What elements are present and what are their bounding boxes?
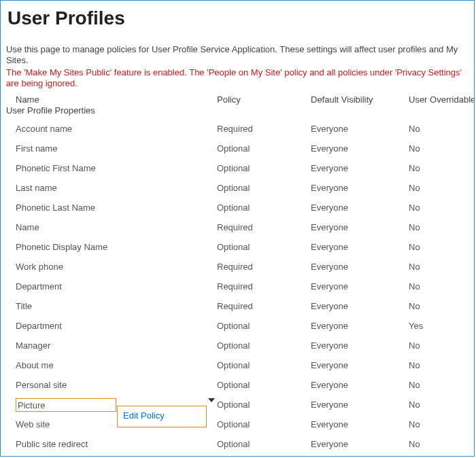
row-name-wrap[interactable]: First name bbox=[16, 142, 57, 156]
cell-policy: Optional bbox=[217, 360, 311, 370]
row-name-wrap[interactable]: Public site redirect bbox=[16, 438, 88, 451]
cell-visibility: Everyone bbox=[311, 400, 409, 410]
section-label: User Profile Properties bbox=[6, 105, 217, 116]
cell-name[interactable]: Phonetic Display Name bbox=[6, 241, 217, 254]
table-row[interactable]: First nameOptionalEveryoneNo bbox=[6, 139, 471, 158]
cell-name[interactable]: Name bbox=[6, 221, 217, 234]
table-row[interactable]: ManagerOptionalEveryoneNo bbox=[6, 336, 471, 355]
cell-name[interactable]: About me bbox=[6, 359, 217, 372]
row-name-wrap[interactable]: About me bbox=[16, 359, 54, 372]
row-name-text: Name bbox=[16, 222, 39, 232]
cell-visibility: Everyone bbox=[311, 124, 409, 134]
cell-name[interactable]: Personal site bbox=[6, 378, 217, 392]
table-row[interactable]: TitleRequiredEveryoneNo bbox=[6, 296, 471, 316]
cell-name[interactable]: Department bbox=[6, 280, 217, 294]
cell-overridable: No bbox=[409, 143, 470, 154]
cell-name[interactable]: Phonetic First Name bbox=[6, 162, 217, 175]
table-row[interactable]: DepartmentRequiredEveryoneNo bbox=[6, 277, 471, 296]
header-policy: Policy bbox=[217, 94, 311, 105]
cell-visibility: Everyone bbox=[311, 419, 409, 429]
row-name-wrap[interactable]: Title bbox=[16, 300, 32, 313]
row-name-wrap[interactable]: Phonetic First Name bbox=[16, 162, 96, 175]
context-menu-item-edit-policy[interactable]: Edit Policy bbox=[123, 409, 201, 423]
cell-name[interactable]: Work phone bbox=[6, 260, 217, 274]
cell-name[interactable]: Phonetic Last Name bbox=[6, 201, 217, 215]
cell-visibility: Everyone bbox=[311, 360, 409, 370]
cell-overridable: No bbox=[409, 124, 470, 134]
row-name-wrap[interactable]: Name bbox=[16, 221, 39, 234]
table-row[interactable]: Phonetic First NameOptionalEveryoneNo bbox=[6, 158, 471, 178]
row-name-wrap[interactable]: Manager bbox=[16, 339, 50, 353]
properties-table: Name Policy Default Visibility User Over… bbox=[6, 93, 471, 457]
cell-name[interactable]: Department bbox=[6, 319, 217, 333]
table-row[interactable]: Last nameOptionalEveryoneNo bbox=[6, 178, 471, 198]
cell-policy: Optional bbox=[217, 400, 311, 410]
cell-overridable: No bbox=[409, 222, 470, 232]
cell-visibility: Everyone bbox=[311, 143, 409, 154]
cell-name[interactable]: Public site redirect bbox=[6, 438, 217, 451]
cell-overridable: No bbox=[409, 281, 470, 292]
cell-policy: Required bbox=[217, 222, 311, 232]
row-name-wrap[interactable]: Picture bbox=[16, 398, 116, 412]
row-name-text: Phonetic First Name bbox=[16, 163, 96, 173]
row-name-text: First name bbox=[16, 143, 57, 154]
cell-name[interactable]: Last name bbox=[6, 181, 217, 195]
cell-policy: Required bbox=[217, 301, 311, 311]
cell-name[interactable]: Title bbox=[6, 300, 217, 313]
cell-visibility: Everyone bbox=[311, 380, 409, 390]
cell-policy: Optional bbox=[217, 380, 311, 390]
cell-overridable: No bbox=[409, 163, 470, 173]
row-name-wrap[interactable]: Account name bbox=[16, 122, 72, 136]
cell-overridable: No bbox=[409, 242, 470, 252]
cell-visibility: Everyone bbox=[311, 439, 409, 449]
row-name-wrap[interactable]: Work phone bbox=[16, 260, 63, 274]
row-name-text: Picture bbox=[18, 400, 45, 410]
cell-visibility: Everyone bbox=[311, 281, 409, 292]
table-row[interactable]: Phonetic Last NameOptionalEveryoneNo bbox=[6, 198, 471, 217]
row-name-wrap[interactable]: Web site bbox=[16, 418, 50, 431]
row-name-text: Title bbox=[16, 301, 32, 311]
row-name-wrap[interactable]: Phonetic Last Name bbox=[16, 201, 95, 215]
row-name-wrap[interactable]: Phonetic Display Name bbox=[16, 241, 107, 254]
cell-overridable: No bbox=[409, 202, 470, 213]
row-name-text: Department bbox=[16, 281, 62, 292]
row-name-text: Manager bbox=[16, 340, 50, 351]
cell-policy: Optional bbox=[217, 163, 311, 173]
cell-policy: Optional bbox=[217, 202, 311, 213]
cell-policy: Optional bbox=[217, 340, 311, 351]
cell-name[interactable]: Account name bbox=[6, 122, 217, 136]
table-row[interactable]: Public site redirectOptionalEveryoneNo bbox=[6, 434, 471, 454]
row-name-wrap[interactable]: Department bbox=[16, 319, 62, 333]
table-row[interactable]: Account nameRequiredEveryoneNo bbox=[6, 119, 471, 139]
table-row[interactable]: PictureOptionalEveryoneNo bbox=[6, 395, 471, 415]
cell-name[interactable]: Manager bbox=[6, 339, 217, 353]
row-name-text: Account name bbox=[16, 124, 72, 134]
intro-text: Use this page to manage policies for Use… bbox=[6, 44, 469, 66]
table-row[interactable]: Job TitleOptionalEveryoneYes bbox=[6, 454, 471, 457]
cell-visibility: Everyone bbox=[311, 183, 409, 193]
section-row: User Profile Properties bbox=[6, 105, 471, 118]
row-name-wrap[interactable]: Last name bbox=[16, 181, 57, 195]
warning-text: The 'Make My Sites Public' feature is en… bbox=[6, 67, 469, 89]
context-menu[interactable]: Edit Policy bbox=[117, 406, 207, 427]
cell-overridable: No bbox=[409, 400, 470, 410]
page-title: User Profiles bbox=[6, 7, 469, 29]
table-row[interactable]: Web siteOptionalEveryoneNo bbox=[6, 415, 471, 434]
cell-overridable: No bbox=[409, 262, 470, 272]
row-name-wrap[interactable]: Personal site bbox=[16, 378, 67, 392]
cell-visibility: Everyone bbox=[311, 222, 409, 232]
table-row[interactable]: DepartmentOptionalEveryoneYes bbox=[6, 316, 471, 336]
cell-visibility: Everyone bbox=[311, 242, 409, 252]
row-name-text: Phonetic Last Name bbox=[16, 202, 95, 213]
table-row[interactable]: NameRequiredEveryoneNo bbox=[6, 217, 471, 237]
table-row[interactable]: Work phoneRequiredEveryoneNo bbox=[6, 257, 471, 277]
table-row[interactable]: Personal siteOptionalEveryoneNo bbox=[6, 375, 471, 395]
cell-overridable: No bbox=[409, 183, 470, 193]
row-name-wrap[interactable]: Department bbox=[16, 280, 62, 294]
table-row[interactable]: About meOptionalEveryoneNo bbox=[6, 355, 471, 375]
dropdown-caret-icon[interactable] bbox=[208, 398, 215, 402]
table-row[interactable]: Phonetic Display NameOptionalEveryoneNo bbox=[6, 237, 471, 257]
cell-name[interactable]: First name bbox=[6, 142, 217, 156]
cell-policy: Required bbox=[217, 124, 311, 134]
cell-overridable: No bbox=[409, 301, 470, 311]
